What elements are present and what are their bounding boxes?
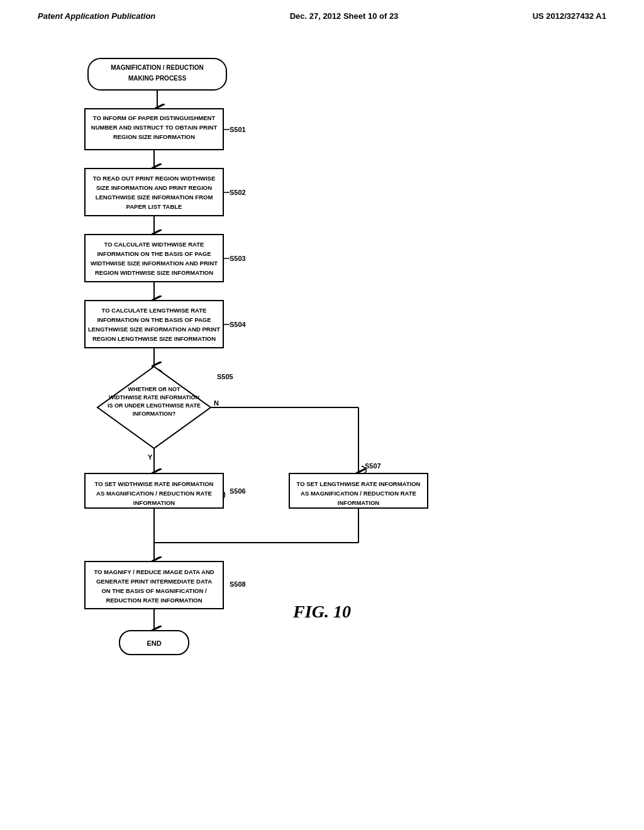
svg-text:INFORMATION ON THE BASIS OF PA: INFORMATION ON THE BASIS OF PAGE [97,316,211,323]
svg-text:WIDTHWISE SIZE INFORMATION AND: WIDTHWISE SIZE INFORMATION AND PRINT [91,260,218,267]
svg-rect-0 [88,58,226,90]
svg-text:S502: S502 [230,189,246,196]
svg-text:ON THE BASIS OF MAGNIFICATION : ON THE BASIS OF MAGNIFICATION / [101,587,206,594]
svg-text:REDUCTION RATE INFORMATION: REDUCTION RATE INFORMATION [106,597,202,604]
svg-text:LENGTHWISE SIZE INFORMATION AN: LENGTHWISE SIZE INFORMATION AND PRINT [88,326,220,333]
svg-text:TO SET WIDTHWISE RATE INFORMAT: TO SET WIDTHWISE RATE INFORMATION [95,480,214,487]
svg-text:TO INFORM OF PAPER DISTINGUISH: TO INFORM OF PAPER DISTINGUISHMENT [93,114,216,121]
flowchart-svg: MAGNIFICATION / REDUCTION MAKING PROCESS… [50,46,491,769]
svg-text:TO MAGNIFY / REDUCE IMAGE DATA: TO MAGNIFY / REDUCE IMAGE DATA AND [94,568,214,575]
svg-text:S508: S508 [230,580,246,588]
svg-text:WIDTHWISE RATE INFORMATION: WIDTHWISE RATE INFORMATION [109,394,199,401]
svg-text:S503: S503 [230,255,246,262]
svg-text:S504: S504 [230,321,247,328]
svg-text:WHETHER OR NOT: WHETHER OR NOT [128,386,180,392]
header-left: Patent Application Publication [38,11,155,21]
svg-text:REGION WIDTHWISE SIZE INFORMAT: REGION WIDTHWISE SIZE INFORMATION [95,269,213,276]
svg-text:INFORMATION ON THE BASIS OF PA: INFORMATION ON THE BASIS OF PAGE [97,250,211,257]
svg-text:GENERATE PRINT INTERMEDIATE DA: GENERATE PRINT INTERMEDIATE DATA [96,578,212,585]
header-right: US 2012/327432 A1 [533,11,606,21]
svg-text:PAPER LIST TABLE: PAPER LIST TABLE [126,203,182,210]
svg-text:INFORMATION: INFORMATION [338,499,379,506]
diagram-container: MAGNIFICATION / REDUCTION MAKING PROCESS… [50,46,591,772]
svg-text:NUMBER AND INSTRUCT TO OBTAIN : NUMBER AND INSTRUCT TO OBTAIN PRINT [91,124,218,131]
svg-text:REGION SIZE INFORMATION: REGION SIZE INFORMATION [113,133,195,140]
svg-text:AS MAGNIFICATION / REDUCTION R: AS MAGNIFICATION / REDUCTION RATE [96,490,212,497]
svg-text:SIZE INFORMATION AND PRINT REG: SIZE INFORMATION AND PRINT REGION [96,184,212,191]
svg-text:AS MAGNIFICATION / REDUCTION R: AS MAGNIFICATION / REDUCTION RATE [301,490,416,497]
svg-text:S505: S505 [217,373,233,380]
svg-text:S501: S501 [230,126,246,133]
svg-text:END: END [147,639,161,647]
svg-text:TO READ OUT PRINT REGION WIDTH: TO READ OUT PRINT REGION WIDTHWISE [93,175,216,182]
svg-text:Y: Y [148,453,153,461]
header-center: Dec. 27, 2012 Sheet 10 of 23 [290,11,399,21]
svg-text:IS OR UNDER LENGTHWISE RATE: IS OR UNDER LENGTHWISE RATE [108,402,201,409]
svg-text:TO SET LENGTHWISE RATE INFORMA: TO SET LENGTHWISE RATE INFORMATION [297,480,421,487]
svg-text:INFORMATION: INFORMATION [133,499,175,506]
svg-text:MAKING PROCESS: MAKING PROCESS [128,75,187,82]
svg-text:N: N [214,399,219,407]
svg-text:TO CALCULATE LENGTHWISE RATE: TO CALCULATE LENGTHWISE RATE [102,307,207,314]
svg-text:INFORMATION?: INFORMATION? [133,411,175,417]
svg-text:LENGTHWISE SIZE INFORMATION FR: LENGTHWISE SIZE INFORMATION FROM [96,194,213,201]
svg-text:REGION LENGTHWISE SIZE INFORMA: REGION LENGTHWISE SIZE INFORMATION [92,335,216,342]
svg-text:MAGNIFICATION / REDUCTION: MAGNIFICATION / REDUCTION [111,64,204,71]
svg-text:S506: S506 [230,487,246,495]
svg-text:TO CALCULATE WIDTHWISE RATE: TO CALCULATE WIDTHWISE RATE [104,241,204,248]
page-header: Patent Application Publication Dec. 27, … [0,0,644,27]
svg-text:S507: S507 [365,462,381,470]
